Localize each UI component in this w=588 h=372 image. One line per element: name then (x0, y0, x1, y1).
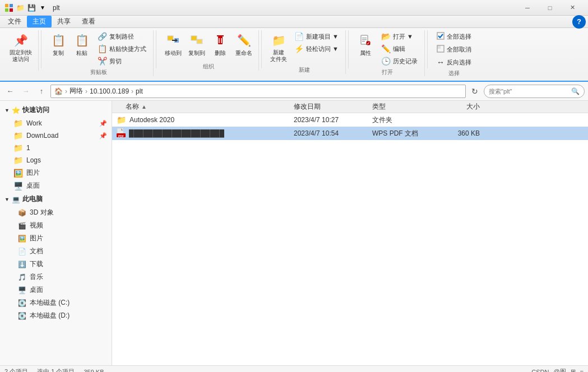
sidebar-downloads-label: 下载 (30, 259, 43, 269)
col-date-header[interactable]: 修改日期 (294, 102, 372, 111)
this-pc-header[interactable]: ▼ 💻 此电脑 (0, 192, 112, 206)
ribbon-group-clipboard: 📋 复制 📋 粘贴 🔗 复制路径 📋 粘贴快捷方式 ✂️ 剪切 (44, 30, 154, 76)
refresh-button[interactable]: ↻ (468, 85, 481, 98)
select-all-icon (437, 32, 445, 41)
new-folder-icon: 📁 (271, 32, 286, 48)
main-area: ▼ ⭐ 快速访问 📁 Work 📌 📁 DownLoad 📌 📁 1 📁 Log… (0, 101, 588, 365)
sidebar-item-cdrive[interactable]: 💽 本地磁盘 (C:) (0, 296, 112, 309)
menu-view[interactable]: 查看 (76, 16, 101, 27)
menu-share[interactable]: 共享 (52, 16, 76, 27)
sidebar-item-desktop[interactable]: 🖥️ 桌面 (0, 179, 112, 192)
menu-home[interactable]: 主页 (27, 16, 52, 27)
edit-button[interactable]: ✏️ 编辑 (378, 43, 421, 55)
delete-button[interactable]: 删除 (209, 30, 232, 59)
ribbon-group-new: 📁 新建文件夹 📄 新建项目 ▼ ⚡ 轻松访问 ▼ 新建 (264, 30, 346, 74)
menu-file[interactable]: 文件 (2, 16, 27, 27)
svg-text:PDF: PDF (118, 134, 124, 137)
copy-to-icon (189, 32, 205, 48)
file-size-pdf: 360 KB (439, 129, 484, 137)
help-button[interactable]: ? (572, 15, 586, 29)
close-button[interactable]: ✕ (561, 0, 584, 16)
move-to-button[interactable]: 移动到 (162, 30, 184, 59)
sidebar-work-label: Work (26, 119, 42, 127)
desktop-icon: 🖥️ (13, 182, 23, 190)
easy-access-button[interactable]: ⚡ 轻松访问 ▼ (291, 43, 342, 55)
folder-icon: 📁 (16, 3, 25, 12)
deselect-all-button[interactable]: 全部取消 (433, 43, 475, 56)
star-icon: ⭐ (12, 106, 20, 114)
search-box[interactable]: 🔍 (484, 85, 585, 98)
rename-button[interactable]: ✏️ 重命名 (233, 30, 255, 59)
sidebar-item-download[interactable]: 📁 DownLoad 📌 (0, 129, 112, 142)
sidebar-item-pictures[interactable]: 🖼️ 图片 (0, 166, 112, 179)
properties-button[interactable]: ✓ 属性 (354, 30, 377, 59)
sidebar-item-downloads[interactable]: ⬇️ 下载 (0, 258, 112, 271)
invert-selection-button[interactable]: ↔️ 反向选择 (433, 56, 475, 68)
sidebar-item-work[interactable]: 📁 Work 📌 (0, 117, 112, 129)
forward-button[interactable]: → (19, 85, 33, 98)
sidebar-item-ddrive[interactable]: 💽 本地磁盘 (D:) (0, 309, 112, 322)
path-network[interactable]: 网络 (70, 86, 83, 96)
new-item-button[interactable]: 📄 新建项目 ▼ (291, 30, 342, 43)
new-folder-button[interactable]: 📁 新建文件夹 (267, 30, 290, 65)
col-type-header[interactable]: 类型 (372, 102, 439, 111)
sidebar-1-label: 1 (26, 144, 30, 152)
col-size-header[interactable]: 大小 (439, 102, 484, 111)
sidebar-item-videos[interactable]: 🎬 视频 (0, 219, 112, 232)
table-row[interactable]: 📁 Autodesk 2020 2023/4/7 10:27 文件夹 (112, 113, 588, 127)
back-button[interactable]: ← (3, 85, 17, 98)
open-button[interactable]: 📂 打开 ▼ (378, 30, 421, 43)
cut-button[interactable]: ✂️ 剪切 (94, 55, 150, 67)
copy-path-button[interactable]: 🔗 复制路径 (94, 30, 150, 43)
sidebar-item-music[interactable]: 🎵 音乐 (0, 271, 112, 283)
paste-button[interactable]: 📋 粘贴 (71, 30, 93, 59)
new-item-col: 📄 新建项目 ▼ ⚡ 轻松访问 ▼ (291, 30, 342, 55)
sidebar-item-1[interactable]: 📁 1 (0, 142, 112, 154)
folder-1-icon: 📁 (13, 143, 23, 152)
open-group-label: 打开 (354, 68, 421, 76)
new-item-icon: 📄 (294, 32, 304, 41)
sidebar-item-docs[interactable]: 📄 文档 (0, 245, 112, 258)
up-button[interactable]: ↑ (35, 85, 48, 98)
select-all-button[interactable]: 全部选择 (433, 30, 475, 43)
desktop2-icon: 🖥️ (18, 286, 26, 294)
table-row[interactable]: PDF ████████████████████ 2023/4/7 10:54 … (112, 127, 588, 140)
folder-work-icon: 📁 (13, 119, 23, 128)
copy-to-button[interactable]: 复制到 (186, 30, 208, 59)
col-name-header[interactable]: 名称 ▲ (114, 102, 294, 111)
invert-selection-label: 反向选择 (447, 58, 471, 67)
file-date-pdf: 2023/4/7 10:54 (294, 129, 372, 137)
open-label: 打开 ▼ (393, 32, 413, 41)
copy-path-label: 复制路径 (109, 32, 134, 41)
view-icon[interactable]: ⊞ (571, 368, 576, 372)
path-plt[interactable]: plt (136, 87, 143, 95)
sidebar-images-label: 图片 (30, 234, 43, 243)
rename-icon: ✏️ (236, 32, 252, 48)
path-ip[interactable]: 10.100.0.189 (90, 87, 129, 95)
edit-label: 编辑 (393, 45, 405, 53)
selected-items: 选中 1 个项目 (37, 368, 75, 372)
quick-access-header[interactable]: ▼ ⭐ 快速访问 (0, 103, 112, 117)
pin-quick-access-button[interactable]: 📌 固定到快速访问 (7, 30, 35, 65)
svg-rect-4 (168, 36, 173, 40)
total-items: 2 个项目 (4, 368, 28, 372)
paste-shortcut-button[interactable]: 📋 粘贴快捷方式 (94, 43, 150, 55)
sidebar-desktop2-label: 桌面 (30, 285, 43, 295)
details-icon[interactable]: ≡ (580, 369, 584, 373)
maximize-button[interactable]: □ (539, 0, 561, 16)
copy-button[interactable]: 📋 复制 (47, 30, 70, 59)
sidebar-item-3d[interactable]: 📦 3D 对象 (0, 206, 112, 219)
ribbon: 📌 固定到快速访问 📋 复制 📋 粘贴 🔗 复制路径 � (0, 28, 588, 82)
address-path[interactable]: 🏠 › 网络 › 10.100.0.189 › plt (50, 85, 466, 98)
minimize-button[interactable]: ─ (516, 0, 539, 16)
title-bar: 📁 💾 ▼ plt ─ □ ✕ (0, 0, 588, 16)
sidebar-item-logs[interactable]: 📁 Logs (0, 154, 112, 166)
sidebar-item-images[interactable]: 🖼️ 图片 (0, 232, 112, 245)
history-icon: 🕒 (381, 57, 391, 66)
search-input[interactable] (489, 88, 569, 95)
history-button[interactable]: 🕒 历史记录 (378, 55, 421, 67)
sidebar-item-desktop2[interactable]: 🖥️ 桌面 (0, 283, 112, 296)
ribbon-group-open: ✓ 属性 📂 打开 ▼ ✏️ 编辑 🕒 历史记录 打 (351, 30, 425, 76)
dropdown-icon[interactable]: ▼ (38, 3, 47, 12)
search-icon: 🔍 (571, 87, 580, 95)
